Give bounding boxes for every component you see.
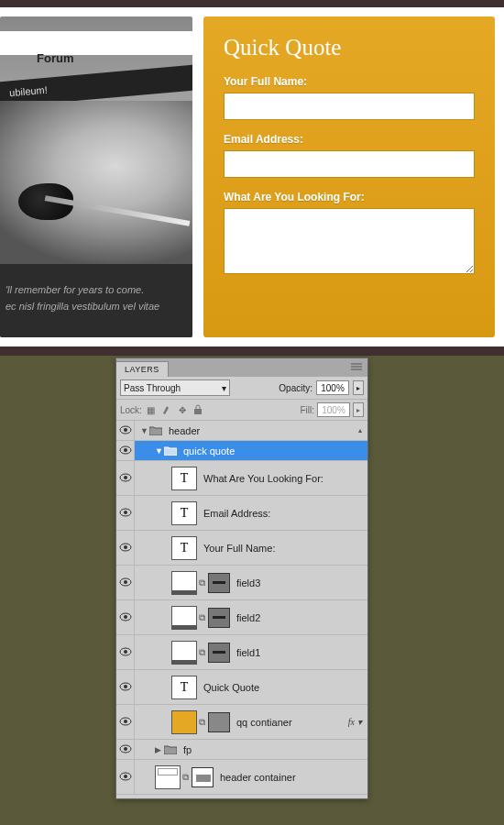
layer-header-container[interactable]: ⧉ header container (116, 760, 367, 795)
blend-mode-value: Pass Through (124, 383, 181, 393)
site-hero-preview: Forum ubileum! 'll remember for years to… (0, 16, 192, 337)
panel-menu-icon[interactable] (345, 358, 367, 377)
visibility-eye-icon[interactable] (119, 578, 132, 588)
layer-name-label: header (169, 425, 200, 436)
visibility-eye-icon[interactable] (119, 473, 132, 484)
blend-mode-select[interactable]: Pass Through ▾ (120, 380, 230, 396)
svg-point-13 (124, 545, 127, 549)
layer-qq-container[interactable]: ⧉ qq contianer fx ▾ (116, 705, 367, 740)
layer-name-label: qq contianer (236, 717, 292, 728)
shape-thumb-icon (155, 765, 181, 789)
opacity-flyout-icon[interactable]: ▸ (353, 380, 364, 395)
visibility-eye-icon[interactable] (119, 612, 132, 623)
fill-flyout-icon[interactable]: ▸ (353, 402, 364, 417)
disclosure-triangle-icon[interactable]: ▶ (155, 745, 164, 754)
name-label: Your Full Name: (224, 75, 475, 88)
fill-thumb-icon (171, 710, 197, 734)
lock-label: Lock: (120, 405, 142, 415)
vector-mask-icon (208, 573, 230, 593)
visibility-eye-icon[interactable] (119, 508, 132, 519)
svg-rect-3 (194, 409, 202, 414)
layer-name-label: quick quote (183, 446, 235, 456)
layer-text-quickquote[interactable]: T Quick Quote (116, 670, 367, 705)
chevron-down-icon: ▾ (222, 383, 226, 393)
looking-textarea[interactable] (224, 208, 475, 274)
layer-name-label: field2 (236, 612, 260, 623)
folder-icon (164, 446, 177, 456)
opacity-label: Opacity: (279, 383, 312, 393)
layer-name-label: field1 (236, 647, 260, 658)
visibility-eye-icon[interactable] (119, 772, 132, 783)
nav-forum-label: Forum (37, 51, 73, 65)
shape-thumb-icon (171, 571, 197, 595)
layer-field1[interactable]: ⧉ field1 (116, 635, 367, 670)
layer-field3[interactable]: ⧉ field3 (116, 566, 367, 600)
fill-value-input[interactable]: 100% (317, 402, 350, 417)
visibility-eye-icon[interactable] (119, 682, 132, 693)
visibility-eye-icon[interactable] (119, 647, 132, 658)
svg-point-15 (124, 580, 127, 584)
layers-tab[interactable]: LAYERS (116, 361, 169, 377)
lock-fill-row: Lock: ▦ ✥ Fill: 100% ▸ (116, 400, 367, 421)
caption-line-2: ec nisl fringilla vestibulum vel vitae (5, 299, 187, 315)
svg-point-19 (124, 650, 127, 654)
name-input[interactable] (224, 93, 475, 120)
layer-name-label: What Are You Looking For: (203, 473, 323, 484)
svg-point-25 (124, 747, 127, 751)
layer-name-label: header container (220, 772, 296, 783)
visibility-eye-icon[interactable] (119, 717, 132, 728)
shape-thumb-icon (171, 606, 197, 630)
lock-pixels-icon[interactable] (160, 403, 173, 416)
caption-band: 'll remember for years to come. ec nisl … (0, 264, 192, 337)
link-icon[interactable]: ⧉ (197, 578, 206, 588)
link-icon[interactable]: ⧉ (181, 772, 190, 783)
svg-point-9 (124, 476, 127, 479)
visibility-eye-icon[interactable] (119, 425, 132, 436)
layer-name-label: Email Address: (203, 508, 270, 519)
visibility-eye-icon[interactable] (119, 446, 132, 456)
disclosure-triangle-icon[interactable]: ▼ (140, 426, 149, 435)
svg-point-11 (124, 511, 127, 514)
layer-text-looking[interactable]: T What Are You Looking For: (116, 461, 367, 496)
fx-indicator[interactable]: fx ▾ (348, 717, 362, 727)
vector-mask-icon (208, 712, 230, 732)
email-label: Email Address: (224, 133, 475, 146)
fx-label: fx (348, 717, 355, 727)
layer-field2[interactable]: ⧉ field2 (116, 600, 367, 635)
link-icon[interactable]: ⧉ (197, 612, 206, 623)
fill-label: Fill: (300, 405, 314, 415)
layer-name-label: field3 (236, 578, 260, 588)
hero-image (0, 101, 192, 264)
lock-position-icon[interactable]: ✥ (176, 403, 189, 416)
shape-thumb-icon (171, 641, 197, 665)
blend-opacity-row: Pass Through ▾ Opacity: 100% ▸ (116, 377, 367, 400)
layer-name-label: Your Full Name: (203, 543, 275, 554)
lock-transparent-icon[interactable]: ▦ (145, 403, 158, 416)
layer-fp-folder[interactable]: ▶ fp (116, 740, 367, 760)
layer-tree: ▼ header ▴ ▼ quick quote T What Are You … (116, 421, 367, 795)
email-input[interactable] (224, 150, 475, 178)
link-icon[interactable]: ⧉ (197, 647, 206, 658)
scroll-up-icon[interactable]: ▴ (358, 426, 362, 434)
vector-mask-icon (208, 643, 230, 663)
link-icon[interactable]: ⧉ (197, 717, 206, 728)
looking-label: What Are You Looking For: (224, 191, 475, 204)
opacity-value-input[interactable]: 100% (316, 380, 349, 395)
chevron-down-icon: ▾ (357, 717, 362, 727)
layer-name-label: fp (183, 744, 192, 755)
svg-point-7 (124, 448, 127, 452)
layer-quick-quote-folder[interactable]: ▼ quick quote (116, 441, 367, 461)
quick-quote-title: Quick Quote (224, 35, 475, 60)
quick-quote-panel: Quick Quote Your Full Name: Email Addres… (203, 16, 495, 337)
visibility-eye-icon[interactable] (119, 543, 132, 554)
folder-icon (164, 744, 177, 754)
visibility-eye-icon[interactable] (119, 744, 132, 755)
layer-header-folder[interactable]: ▼ header ▴ (116, 421, 367, 441)
lock-all-icon[interactable] (192, 403, 204, 416)
svg-point-21 (124, 685, 127, 688)
layer-text-name[interactable]: T Your Full Name: (116, 531, 367, 566)
panel-tabs: LAYERS (116, 358, 367, 377)
layer-text-email[interactable]: T Email Address: (116, 496, 367, 531)
disclosure-triangle-icon[interactable]: ▼ (155, 446, 164, 456)
text-layer-icon: T (171, 467, 197, 490)
